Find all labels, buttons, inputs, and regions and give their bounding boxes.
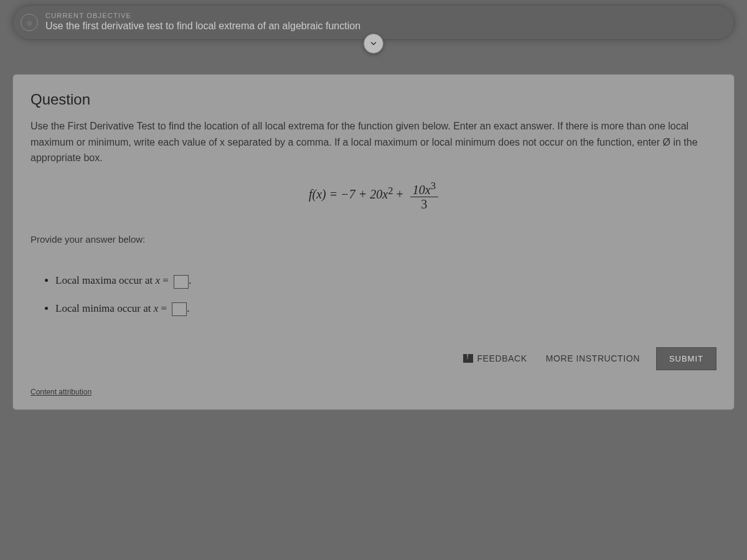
formula-plus: + <box>393 187 406 201</box>
var-x: x <box>155 274 160 286</box>
feedback-icon <box>463 354 473 363</box>
chevron-down-icon <box>369 39 378 48</box>
expand-toggle[interactable] <box>364 34 383 54</box>
objective-label: CURRENT OBJECTIVE <box>45 12 719 19</box>
local-maxima-input[interactable] <box>174 275 189 289</box>
formula-lhs: f(x) = −7 + 20x <box>309 187 388 201</box>
provide-answer-label: Provide your answer below: <box>31 234 716 245</box>
submit-button[interactable]: SUBMIT <box>656 347 716 370</box>
local-maxima-row: Local maxima occur at x = . <box>55 274 716 288</box>
content-attribution-link[interactable]: Content attribution <box>31 388 92 396</box>
minima-label: Local minima occur at <box>55 302 154 314</box>
question-card: Question Use the First Derivative Test t… <box>12 74 735 410</box>
feedback-label: FEEDBACK <box>477 353 527 363</box>
local-minima-input[interactable] <box>172 302 187 316</box>
formula-frac-num: 10x <box>413 182 431 196</box>
objective-text: Use the first derivative test to find lo… <box>45 21 719 32</box>
question-heading: Question <box>31 91 716 108</box>
equals: = <box>160 274 171 286</box>
target-icon: ◎ <box>21 14 38 31</box>
formula-fraction: 10x33 <box>410 180 438 212</box>
more-instruction-button[interactable]: MORE INSTRUCTION <box>543 348 642 368</box>
maxima-label: Local maxima occur at <box>55 274 155 286</box>
action-row: FEEDBACK MORE INSTRUCTION SUBMIT <box>31 347 716 370</box>
question-prompt: Use the First Derivative Test to find th… <box>31 118 716 166</box>
answers-block: Local maxima occur at x = . Local minima… <box>31 274 716 315</box>
local-minima-row: Local minima occur at x = . <box>55 302 716 316</box>
formula-exp3: 3 <box>431 180 436 192</box>
equals: = <box>158 302 169 314</box>
formula-frac-den: 3 <box>410 197 438 212</box>
more-instruction-label: MORE INSTRUCTION <box>546 353 640 363</box>
question-formula: f(x) = −7 + 20x2 + 10x33 <box>31 180 716 212</box>
feedback-button[interactable]: FEEDBACK <box>461 348 529 368</box>
